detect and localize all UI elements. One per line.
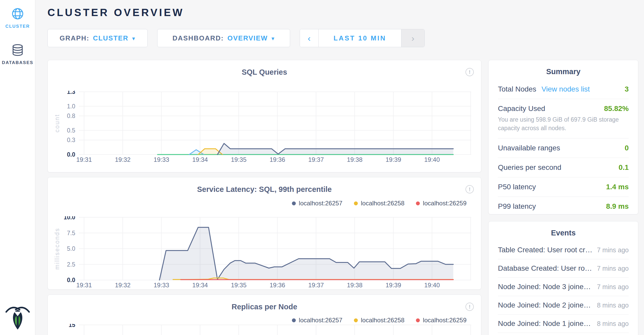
info-icon[interactable]: !: [465, 185, 474, 193]
svg-text:19:33: 19:33: [154, 156, 169, 163]
legend-dot-icon: [354, 318, 358, 322]
svg-text:5.0: 5.0: [67, 245, 75, 252]
sql-queries-chart-card: SQL Queries ! 0.00.30.50.81.01.319:3119:…: [47, 60, 481, 172]
svg-text:19:39: 19:39: [386, 156, 401, 163]
chart-title: SQL Queries: [48, 68, 481, 76]
summary-row: P50 latency1.4 ms: [498, 177, 629, 197]
database-icon: [11, 44, 24, 57]
legend-item[interactable]: localhost:26259: [416, 317, 467, 324]
svg-text:19:36: 19:36: [270, 282, 285, 289]
summary-row: Capacity Used85.82%You are using 598.9 G…: [498, 99, 629, 138]
service-latency-chart-card: Service Latency: SQL, 99th percentile ! …: [47, 177, 481, 290]
legend-label: localhost:26258: [361, 200, 405, 207]
summary-row-value: 85.82%: [604, 104, 629, 113]
svg-text:2.5: 2.5: [67, 261, 75, 268]
summary-rows: Total NodesView nodes list3Capacity Used…: [498, 80, 629, 216]
event-text: Node Joined: Node 2 joined...: [498, 301, 597, 309]
svg-text:19:37: 19:37: [308, 282, 324, 289]
summary-title: Summary: [498, 67, 629, 76]
legend-item[interactable]: localhost:26258: [354, 317, 405, 324]
time-range-label[interactable]: LAST 10 MIN: [319, 29, 401, 47]
event-text: Node Joined: Node 1 joined...: [498, 319, 597, 328]
event-row: Node Joined: Node 3 joined...7 mins ago: [498, 277, 629, 296]
info-icon[interactable]: !: [465, 68, 474, 76]
event-text: Table Created: User root cre...: [498, 246, 597, 254]
event-time: 8 mins ago: [597, 320, 629, 327]
legend-label: localhost:26259: [423, 317, 467, 324]
legend-item[interactable]: localhost:26257: [292, 200, 342, 207]
svg-text:19:32: 19:32: [115, 282, 131, 289]
time-range-prev-button[interactable]: ‹: [300, 29, 319, 47]
svg-text:19:39: 19:39: [386, 282, 401, 289]
event-row: Table Created: User root cre...7 mins ag…: [498, 241, 629, 259]
legend-dot-icon: [292, 201, 296, 205]
legend-item[interactable]: localhost:26258: [354, 200, 405, 207]
event-row: Database Created: User roo...7 mins ago: [498, 259, 629, 277]
summary-row-value: 8.9 ms: [606, 202, 629, 211]
replicas-per-node-plot: 1519:3119:3219:3319:3419:3519:3619:3719:…: [53, 324, 476, 335]
event-time: 8 mins ago: [597, 302, 629, 309]
dashboard-dropdown[interactable]: DASHBOARD: OVERVIEW ▾: [157, 29, 290, 47]
svg-text:19:38: 19:38: [347, 156, 362, 163]
svg-text:19:38: 19:38: [347, 282, 362, 289]
event-text: Database Created: User roo...: [498, 264, 597, 273]
legend-label: localhost:26257: [299, 317, 342, 324]
svg-text:milliseconds: milliseconds: [54, 228, 60, 269]
svg-text:19:31: 19:31: [76, 156, 92, 163]
svg-text:19:35: 19:35: [231, 282, 246, 289]
legend-item[interactable]: localhost:26259: [416, 200, 467, 207]
summary-row-label: Unavailable ranges: [498, 144, 560, 152]
svg-text:15: 15: [68, 324, 75, 328]
summary-row: P99 latency8.9 ms: [498, 197, 629, 216]
graph-dropdown[interactable]: GRAPH: CLUSTER ▾: [47, 29, 148, 47]
chart-title: Replicas per Node: [48, 303, 481, 311]
events-title: Events: [498, 229, 629, 237]
time-range-selector: ‹ LAST 10 MIN ›: [300, 29, 425, 47]
svg-text:0.3: 0.3: [67, 137, 75, 143]
service-latency-plot: 0.02.55.07.510.019:3119:3219:3319:3419:3…: [53, 216, 476, 289]
svg-text:0.5: 0.5: [67, 127, 75, 134]
graph-dropdown-value: CLUSTER: [93, 34, 128, 42]
sidebar: CLUSTER DATABASES: [0, 0, 35, 335]
legend-dot-icon: [416, 318, 420, 322]
view-nodes-list-link[interactable]: View nodes list: [542, 85, 590, 93]
svg-text:0.0: 0.0: [67, 151, 75, 158]
divider: [498, 333, 629, 333]
summary-row-label: Capacity Used: [498, 104, 545, 113]
event-time: 7 mins ago: [597, 265, 629, 272]
svg-text:19:36: 19:36: [270, 156, 285, 163]
summary-row: Total NodesView nodes list3: [498, 80, 629, 99]
svg-text:19:37: 19:37: [308, 156, 324, 163]
event-row: Node Joined: Node 1 joined...8 mins ago: [498, 314, 629, 333]
events-panel: Events Table Created: User root cre...7 …: [488, 221, 638, 335]
sidebar-item-databases[interactable]: DATABASES: [0, 44, 35, 65]
cockroachdb-logo: [0, 305, 35, 331]
chevron-down-icon: ▾: [132, 35, 135, 42]
legend-dot-icon: [354, 201, 358, 205]
svg-text:count: count: [54, 114, 60, 132]
summary-row-subtext: You are using 598.9 GiB of 697.9 GiB sto…: [498, 115, 629, 133]
legend-label: localhost:26257: [299, 200, 342, 207]
globe-icon: [11, 7, 24, 20]
dashboard-dropdown-label: DASHBOARD:: [173, 34, 224, 42]
graph-dropdown-label: GRAPH:: [60, 34, 90, 42]
svg-text:19:34: 19:34: [192, 156, 208, 163]
legend-item[interactable]: localhost:26257: [292, 317, 342, 324]
summary-row-value: 1.4 ms: [606, 183, 629, 191]
svg-text:19:32: 19:32: [115, 156, 131, 163]
event-row: Node Joined: Node 2 joined...8 mins ago: [498, 296, 629, 314]
cluster-overview-page: { "sidebar": { "items": [ { "label": "CL…: [0, 0, 644, 335]
info-icon[interactable]: !: [465, 303, 474, 311]
chevron-down-icon: ▾: [271, 35, 275, 42]
svg-text:19:40: 19:40: [424, 282, 440, 289]
controls-bar: GRAPH: CLUSTER ▾ DASHBOARD: OVERVIEW ▾ ‹…: [47, 29, 425, 47]
sidebar-item-cluster[interactable]: CLUSTER: [0, 7, 35, 29]
svg-text:19:33: 19:33: [154, 282, 169, 289]
summary-row-value: 0: [625, 144, 629, 152]
summary-row: Unavailable ranges0: [498, 138, 629, 158]
event-time: 7 mins ago: [597, 246, 629, 254]
chart-title: Service Latency: SQL, 99th percentile: [48, 185, 481, 194]
summary-row-value: 3: [625, 85, 629, 93]
sql-queries-plot: 0.00.30.50.81.01.319:3119:3219:3319:3419…: [53, 91, 476, 163]
time-range-next-button[interactable]: ›: [401, 29, 424, 47]
